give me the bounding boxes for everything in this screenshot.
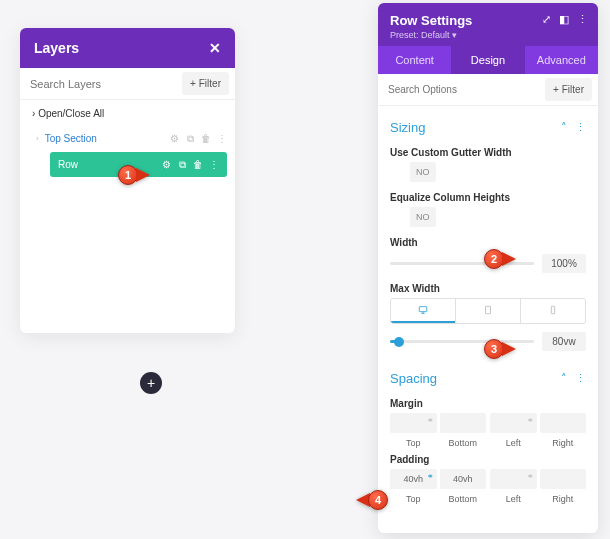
more-icon[interactable]: ⋮ xyxy=(217,134,227,144)
filter-button[interactable]: + Filter xyxy=(545,78,592,101)
phone-icon xyxy=(548,305,558,315)
svg-rect-0 xyxy=(419,307,427,312)
svg-rect-3 xyxy=(486,306,491,314)
arrow-icon xyxy=(136,168,150,182)
margin-bottom-input[interactable] xyxy=(440,413,487,433)
gear-icon[interactable]: ⚙ xyxy=(161,160,171,170)
more-icon[interactable]: ⋮ xyxy=(575,121,586,134)
row-actions: ⚙ ⧉ 🗑 ⋮ xyxy=(161,160,219,170)
layer-top-section[interactable]: › Top Section ⚙ ⧉ 🗑 ⋮ xyxy=(20,127,235,150)
trash-icon[interactable]: 🗑 xyxy=(193,160,203,170)
collapse-icon[interactable]: ˄ xyxy=(561,372,567,385)
expand-icon[interactable]: ⤢ xyxy=(542,13,551,26)
margin-right-input[interactable] xyxy=(540,413,587,433)
plus-icon: + xyxy=(553,84,559,95)
settings-header: Row Settings Preset: Default ▾ ⤢ ◧ ⋮ xyxy=(378,3,598,46)
link-icon[interactable]: ⚭ xyxy=(427,416,434,425)
device-tablet-tab[interactable] xyxy=(455,299,520,323)
callout-number: 1 xyxy=(118,165,138,185)
section-controls: ˄ ⋮ xyxy=(561,372,586,385)
add-button[interactable]: + xyxy=(140,372,162,394)
row-label: Row xyxy=(58,159,78,170)
side-bottom: Bottom xyxy=(440,491,487,504)
more-icon[interactable]: ⋮ xyxy=(577,13,588,26)
callout-number: 3 xyxy=(484,339,504,359)
arrow-icon xyxy=(502,342,516,356)
layers-search-row: + Filter xyxy=(20,68,235,100)
callout-3: 3 xyxy=(484,339,516,359)
duplicate-icon[interactable]: ⧉ xyxy=(177,160,187,170)
desktop-icon xyxy=(418,305,428,315)
padding-right-input[interactable] xyxy=(540,469,587,489)
settings-tabs: Content Design Advanced xyxy=(378,46,598,74)
chevron-down-icon: ▾ xyxy=(452,30,457,40)
open-close-all-toggle[interactable]: › Open/Close All xyxy=(20,100,235,127)
spacing-title: Spacing xyxy=(390,371,437,386)
duplicate-icon[interactable]: ⧉ xyxy=(185,134,195,144)
sizing-title: Sizing xyxy=(390,120,425,135)
close-icon[interactable]: ✕ xyxy=(209,40,221,56)
toggle-value: NO xyxy=(410,212,436,222)
settings-body: Sizing ˄ ⋮ Use Custom Gutter Width NO Eq… xyxy=(378,106,598,533)
max-width-value-input[interactable]: 80vw xyxy=(542,332,586,351)
snap-icon[interactable]: ◧ xyxy=(559,13,569,26)
filter-button[interactable]: + Filter xyxy=(182,72,229,95)
more-icon[interactable]: ⋮ xyxy=(209,160,219,170)
padding-left-input[interactable]: ⚭ xyxy=(490,469,537,489)
side-right: Right xyxy=(540,491,587,504)
callout-number: 4 xyxy=(368,490,388,510)
link-icon[interactable]: ⚭ xyxy=(427,472,434,481)
width-value-input[interactable]: 100% xyxy=(542,254,586,273)
tab-design[interactable]: Design xyxy=(451,46,524,74)
margin-left-input[interactable]: ⚭ xyxy=(490,413,537,433)
callout-2: 2 xyxy=(484,249,516,269)
header-icons: ⤢ ◧ ⋮ xyxy=(542,13,588,26)
layers-header: Layers ✕ xyxy=(20,28,235,68)
section-sizing-header[interactable]: Sizing ˄ ⋮ xyxy=(390,110,586,141)
equalize-label: Equalize Column Heights xyxy=(390,192,586,203)
filter-label: Filter xyxy=(199,78,221,89)
section-controls: ˄ ⋮ xyxy=(561,121,586,134)
margin-label: Margin xyxy=(390,398,586,409)
padding-side-labels: Top Bottom Left Right xyxy=(390,491,586,504)
top-section-actions: ⚙ ⧉ 🗑 ⋮ xyxy=(169,134,227,144)
side-top: Top xyxy=(390,491,437,504)
section-spacing-header[interactable]: Spacing ˄ ⋮ xyxy=(390,361,586,392)
settings-search-row: + Filter xyxy=(378,74,598,106)
search-layers-input[interactable] xyxy=(20,68,182,99)
callout-number: 2 xyxy=(484,249,504,269)
side-right: Right xyxy=(540,435,587,448)
custom-gutter-toggle[interactable]: NO xyxy=(390,162,436,182)
side-bottom: Bottom xyxy=(440,435,487,448)
margin-top-input[interactable]: ⚭ xyxy=(390,413,437,433)
device-phone-tab[interactable] xyxy=(520,299,585,323)
link-icon[interactable]: ⚭ xyxy=(527,416,534,425)
margin-side-labels: Top Bottom Left Right xyxy=(390,435,586,448)
tab-advanced[interactable]: Advanced xyxy=(525,46,598,74)
plus-icon: + xyxy=(190,78,196,89)
chevron-right-icon: › xyxy=(36,134,39,143)
toggle-knob xyxy=(390,162,410,182)
device-tabs xyxy=(390,298,586,324)
chevron-right-icon: › xyxy=(32,108,35,119)
gear-icon[interactable]: ⚙ xyxy=(169,134,179,144)
link-icon[interactable]: ⚭ xyxy=(527,472,534,481)
padding-top-input[interactable]: 40vh⚭ xyxy=(390,469,437,489)
padding-bottom-input[interactable]: 40vh xyxy=(440,469,487,489)
preset-label[interactable]: Preset: Default ▾ xyxy=(390,30,586,40)
equalize-toggle[interactable]: NO xyxy=(390,207,436,227)
collapse-icon[interactable]: ˄ xyxy=(561,121,567,134)
tab-content[interactable]: Content xyxy=(378,46,451,74)
more-icon[interactable]: ⋮ xyxy=(575,372,586,385)
padding-label: Padding xyxy=(390,454,586,465)
search-options-input[interactable] xyxy=(378,74,545,105)
side-left: Left xyxy=(490,435,537,448)
device-desktop-tab[interactable] xyxy=(391,299,455,323)
custom-gutter-label: Use Custom Gutter Width xyxy=(390,147,586,158)
trash-icon[interactable]: 🗑 xyxy=(201,134,211,144)
toggle-value: NO xyxy=(410,167,436,177)
toggle-knob xyxy=(390,207,410,227)
tablet-icon xyxy=(483,305,493,315)
arrow-icon xyxy=(502,252,516,266)
callout-1: 1 xyxy=(118,165,150,185)
